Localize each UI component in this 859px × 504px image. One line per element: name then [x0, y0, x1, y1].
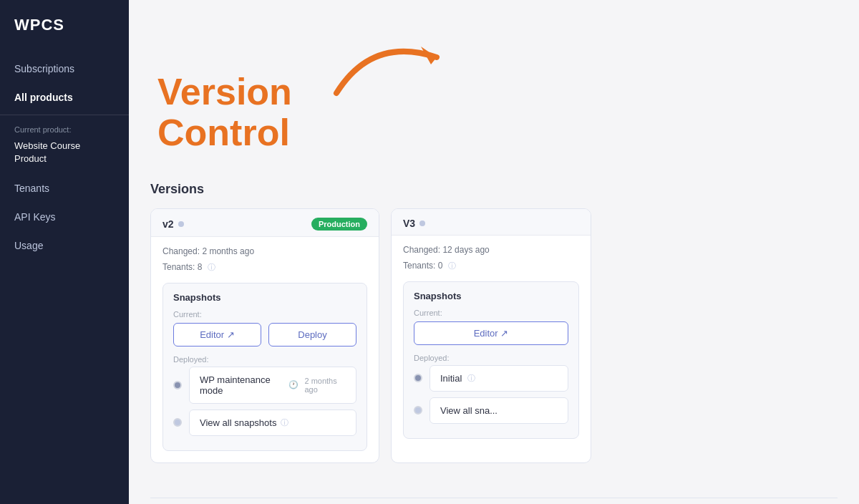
tenants-divider — [150, 498, 838, 498]
clock-icon-v2: 🕐 — [288, 380, 299, 389]
deployed-item-v2: WP maintenance mode 🕐 2 months ago — [189, 367, 356, 404]
production-badge: Production — [311, 218, 367, 231]
version-meta-v2: Changed: 2 months ago Tenants: 8 ⓘ — [151, 237, 379, 275]
tenants-section: Tenants Name URL — [129, 483, 859, 504]
logo: WPCS — [0, 0, 129, 49]
timeline-dot-v2 — [173, 381, 182, 389]
sidebar-nav: Subscriptions All products Current produ… — [0, 49, 129, 266]
arrow-annotation — [315, 21, 458, 110]
version-card-v2: v2 Production Changed: 2 months ago Tena… — [150, 208, 379, 462]
snapshots-box-v2: Snapshots Current: Editor ↗ Deploy Deplo… — [162, 283, 367, 451]
current-label-v2: Current: — [173, 310, 356, 319]
current-product-name: Website Course Product — [0, 135, 129, 174]
sidebar: WPCS Subscriptions All products Current … — [0, 0, 129, 504]
timeline-deployed-v2: WP maintenance mode 🕐 2 months ago — [173, 367, 356, 404]
info-icon-view-v2: ⓘ — [281, 417, 288, 428]
versions-title: Versions — [150, 182, 838, 197]
snapshots-label-v2: Snapshots — [173, 292, 356, 303]
deployed-label-v3: Deployed: — [414, 354, 568, 362]
snapshot-buttons-v2: Editor ↗ Deploy — [173, 323, 356, 346]
version-control-annotation: Version Control — [157, 72, 292, 153]
view-all-snapshots-v3[interactable]: View all sna... — [430, 397, 568, 424]
editor-button-v2[interactable]: Editor ↗ — [173, 323, 261, 346]
versions-cards: v2 Production Changed: 2 months ago Tena… — [150, 208, 838, 462]
timeline-deployed-v3: Initial ⓘ — [414, 365, 568, 392]
editor-button-v3[interactable]: Editor ↗ — [414, 321, 568, 345]
sidebar-item-subscriptions[interactable]: Subscriptions — [0, 54, 129, 83]
sidebar-divider — [0, 115, 129, 115]
snapshots-box-v3: Snapshots Current: Editor ↗ Deployed: In… — [403, 281, 579, 439]
version-tag-v2: v2 — [162, 218, 184, 230]
sidebar-item-api-keys[interactable]: API Keys — [0, 203, 129, 231]
timeline-view-all-v2: View all snapshots ⓘ — [173, 410, 356, 436]
snapshots-label-v3: Snapshots — [414, 291, 568, 301]
deploy-button-v2[interactable]: Deploy — [268, 323, 356, 346]
timeline-dot-view-v3 — [414, 406, 422, 415]
view-all-snapshots-v2[interactable]: View all snapshots ⓘ — [189, 410, 356, 436]
current-product-label: Current product: — [0, 118, 129, 135]
hero-area: Version Control — [129, 0, 859, 168]
main-content: Version Control Versions v2 Production — [129, 0, 859, 504]
timeline-dot-view-v2 — [173, 418, 182, 427]
info-icon-v2: ⓘ — [208, 263, 215, 271]
version-meta-v3: Changed: 12 days ago Tenants: 0 ⓘ — [392, 236, 591, 273]
current-label-v3: Current: — [414, 309, 568, 317]
sidebar-item-all-products[interactable]: All products — [0, 83, 129, 112]
version-dot-v2 — [178, 221, 184, 227]
info-icon-v3: ⓘ — [448, 261, 456, 270]
sidebar-item-tenants[interactable]: Tenants — [0, 174, 129, 203]
version-card-v3: V3 Changed: 12 days ago Tenants: 0 ⓘ Sna… — [391, 208, 591, 462]
timeline-dot-v3 — [414, 374, 422, 382]
info-icon-deployed-v3: ⓘ — [467, 373, 475, 384]
versions-section: Versions v2 Production Changed: 2 months… — [129, 168, 859, 462]
snapshot-buttons-v3: Editor ↗ — [414, 321, 568, 345]
sidebar-item-usage[interactable]: Usage — [0, 231, 129, 260]
version-tag-v3: V3 — [403, 218, 425, 229]
timeline-view-all-v3: View all sna... — [414, 397, 568, 424]
deployed-label-v2: Deployed: — [173, 355, 356, 364]
version-card-header-v3: V3 — [392, 209, 591, 236]
version-card-header-v2: v2 Production — [151, 209, 379, 237]
deployed-item-v3: Initial ⓘ — [430, 365, 568, 392]
version-dot-v3 — [419, 220, 425, 226]
